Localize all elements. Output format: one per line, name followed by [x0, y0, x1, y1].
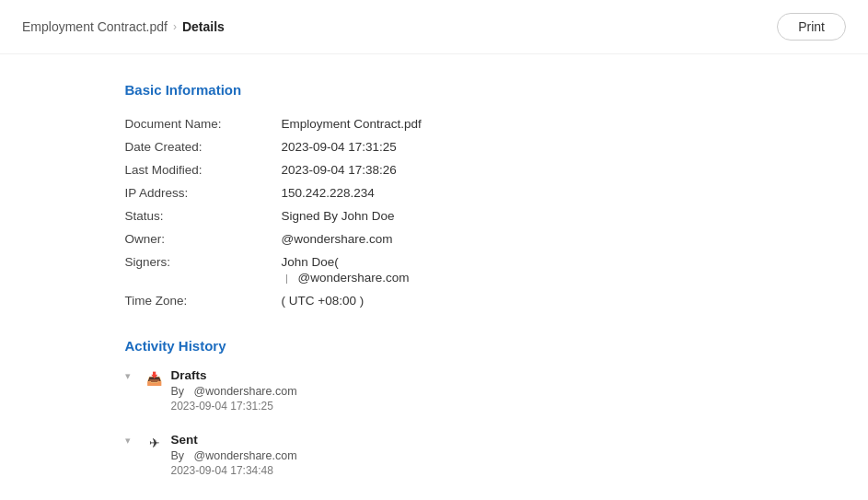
header: Employment Contract.pdf › Details Print: [0, 0, 868, 54]
label-status: Status:: [125, 209, 282, 223]
value-owner: @wondershare.com: [282, 232, 744, 246]
label-signers: Signers:: [125, 255, 282, 269]
signer-primary: John Doe(: [282, 255, 744, 269]
sent-by-prefix: By: [171, 449, 185, 462]
drafts-by-prefix: By: [171, 385, 185, 398]
print-button[interactable]: Print: [777, 13, 846, 41]
label-timezone: Time Zone:: [125, 294, 282, 308]
signer-email: @wondershare.com: [298, 271, 410, 285]
activity-item-sent: ▾ ✈ Sent By @wondershare.com 2023-09-04 …: [125, 433, 744, 477]
activity-item-drafts: ▾ 📥 Drafts By @wondershare.com 2023-09-0…: [125, 368, 744, 413]
drafts-date: 2023-09-04 17:31:25: [171, 400, 744, 413]
sent-by-value: @wondershare.com: [194, 449, 297, 462]
info-row-status: Status: Signed By John Doe: [125, 204, 744, 227]
value-date-created: 2023-09-04 17:31:25: [282, 140, 744, 154]
info-row-last-modified: Last Modified: 2023-09-04 17:38:26: [125, 158, 744, 181]
value-document-name: Employment Contract.pdf: [282, 117, 744, 131]
info-row-ip-address: IP Address: 150.242.228.234: [125, 181, 744, 204]
drafts-body: Drafts By @wondershare.com 2023-09-04 17…: [171, 368, 744, 413]
value-signers: John Doe( | @wondershare.com: [282, 255, 744, 285]
sent-body: Sent By @wondershare.com 2023-09-04 17:3…: [171, 433, 744, 477]
sent-date: 2023-09-04 17:34:48: [171, 464, 744, 477]
breadcrumb-link[interactable]: Employment Contract.pdf: [22, 19, 168, 34]
info-row-document-name: Document Name: Employment Contract.pdf: [125, 112, 744, 135]
label-document-name: Document Name:: [125, 117, 282, 131]
value-timezone: ( UTC +08:00 ): [282, 294, 744, 308]
drafts-icon: 📥: [145, 369, 164, 388]
value-last-modified: 2023-09-04 17:38:26: [282, 163, 744, 177]
info-row-timezone: Time Zone: ( UTC +08:00 ): [125, 289, 744, 312]
value-status: Signed By John Doe: [282, 209, 744, 223]
info-row-owner: Owner: @wondershare.com: [125, 227, 744, 250]
drafts-by: By @wondershare.com: [171, 385, 744, 398]
sent-by: By @wondershare.com: [171, 449, 744, 462]
value-ip-address: 150.242.228.234: [282, 186, 744, 200]
label-date-created: Date Created:: [125, 140, 282, 154]
activity-list: ▾ 📥 Drafts By @wondershare.com 2023-09-0…: [125, 368, 744, 500]
breadcrumb: Employment Contract.pdf › Details: [22, 19, 225, 34]
signer-sub-row: | @wondershare.com: [282, 271, 744, 285]
info-row-date-created: Date Created: 2023-09-04 17:31:25: [125, 135, 744, 158]
signer-sub-icon: |: [282, 273, 293, 284]
main-content: Basic Information Document Name: Employm…: [103, 54, 766, 500]
basic-info-table: Document Name: Employment Contract.pdf D…: [125, 112, 744, 312]
label-last-modified: Last Modified:: [125, 163, 282, 177]
drafts-collapse-arrow[interactable]: ▾: [125, 370, 138, 382]
label-ip-address: IP Address:: [125, 186, 282, 200]
drafts-by-value: @wondershare.com: [194, 385, 297, 398]
label-owner: Owner:: [125, 232, 282, 246]
sent-title: Sent: [171, 433, 744, 447]
basic-info-title: Basic Information: [125, 82, 744, 98]
sent-collapse-arrow[interactable]: ▾: [125, 435, 138, 447]
activity-title: Activity History: [125, 338, 744, 354]
breadcrumb-current: Details: [182, 19, 225, 34]
sent-icon: ✈: [145, 434, 164, 452]
breadcrumb-separator: ›: [173, 20, 177, 33]
drafts-title: Drafts: [171, 368, 744, 382]
info-row-signers: Signers: John Doe( | @wondershare.com: [125, 250, 744, 289]
